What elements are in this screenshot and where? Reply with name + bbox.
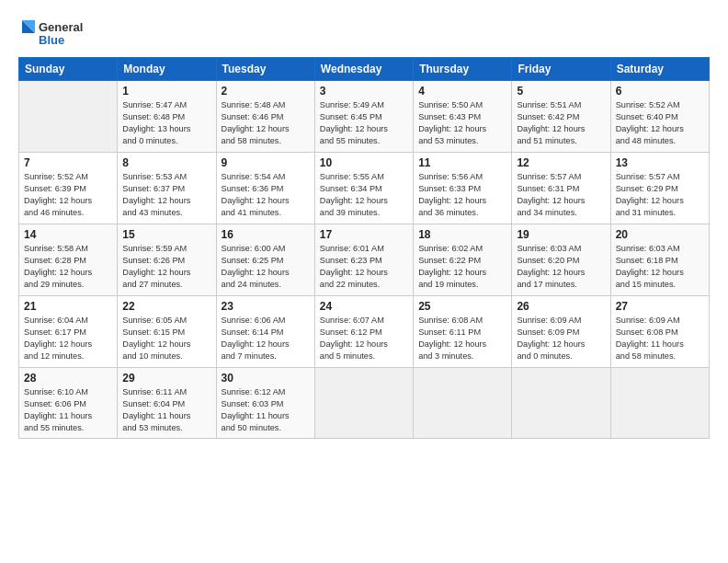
day-info: Sunrise: 5:49 AMSunset: 6:45 PMDaylight:… [320, 99, 408, 147]
calendar-cell: 11Sunrise: 5:56 AMSunset: 6:33 PMDayligh… [414, 153, 512, 224]
day-number: 24 [320, 300, 408, 313]
day-number: 20 [616, 228, 704, 241]
day-number: 9 [222, 156, 310, 169]
day-info: Sunrise: 6:06 AMSunset: 6:14 PMDaylight:… [222, 315, 310, 362]
calendar-cell: 26Sunrise: 6:09 AMSunset: 6:09 PMDayligh… [512, 296, 610, 368]
calendar-cell: 25Sunrise: 6:08 AMSunset: 6:11 PMDayligh… [414, 296, 512, 368]
calendar-page: General Blue SundayMondayTuesdayWednesda… [0, 0, 728, 563]
day-info: Sunrise: 5:57 AMSunset: 6:29 PMDaylight:… [616, 171, 704, 219]
calendar-cell: 4Sunrise: 5:50 AMSunset: 6:43 PMDaylight… [414, 81, 512, 153]
day-info: Sunrise: 5:54 AMSunset: 6:36 PMDaylight:… [222, 171, 310, 219]
calendar-cell: 19Sunrise: 6:03 AMSunset: 6:20 PMDayligh… [512, 224, 610, 296]
day-info: Sunrise: 5:59 AMSunset: 6:26 PMDaylight:… [122, 243, 210, 291]
calendar-cell [314, 368, 413, 439]
day-info: Sunrise: 5:48 AMSunset: 6:46 PMDaylight:… [222, 99, 310, 147]
day-number: 8 [122, 156, 210, 169]
day-info: Sunrise: 5:57 AMSunset: 6:31 PMDaylight:… [517, 171, 605, 219]
calendar-cell: 17Sunrise: 6:01 AMSunset: 6:23 PMDayligh… [314, 224, 413, 296]
calendar-cell: 12Sunrise: 5:57 AMSunset: 6:31 PMDayligh… [512, 153, 610, 224]
calendar-cell: 5Sunrise: 5:51 AMSunset: 6:42 PMDaylight… [512, 81, 610, 153]
day-number: 25 [418, 300, 506, 313]
day-info: Sunrise: 6:12 AMSunset: 6:03 PMDaylight:… [222, 386, 310, 434]
day-number: 15 [122, 228, 210, 241]
day-number: 11 [418, 156, 506, 169]
calendar-cell: 1Sunrise: 5:47 AMSunset: 6:48 PMDaylight… [118, 81, 216, 153]
day-info: Sunrise: 6:05 AMSunset: 6:15 PMDaylight:… [122, 315, 210, 362]
day-number: 12 [517, 156, 605, 169]
day-number: 1 [122, 85, 210, 98]
day-info: Sunrise: 6:07 AMSunset: 6:12 PMDaylight:… [320, 315, 408, 362]
calendar-cell: 2Sunrise: 5:48 AMSunset: 6:46 PMDaylight… [216, 81, 314, 153]
day-number: 13 [616, 156, 704, 169]
day-number: 22 [122, 300, 210, 313]
day-info: Sunrise: 6:03 AMSunset: 6:20 PMDaylight:… [517, 243, 605, 291]
day-info: Sunrise: 5:53 AMSunset: 6:37 PMDaylight:… [122, 171, 210, 219]
calendar-cell: 6Sunrise: 5:52 AMSunset: 6:40 PMDaylight… [610, 81, 709, 153]
calendar-cell: 3Sunrise: 5:49 AMSunset: 6:45 PMDaylight… [314, 81, 413, 153]
logo: General Blue [18, 17, 92, 50]
day-number: 30 [222, 372, 310, 385]
calendar-cell: 27Sunrise: 6:09 AMSunset: 6:08 PMDayligh… [610, 296, 709, 368]
day-number: 27 [616, 300, 704, 313]
day-number: 19 [517, 228, 605, 241]
day-info: Sunrise: 5:47 AMSunset: 6:48 PMDaylight:… [122, 99, 210, 147]
day-header-saturday: Saturday [610, 58, 709, 81]
day-info: Sunrise: 5:51 AMSunset: 6:42 PMDaylight:… [517, 99, 605, 147]
day-number: 21 [24, 300, 112, 313]
day-info: Sunrise: 5:52 AMSunset: 6:40 PMDaylight:… [616, 99, 704, 147]
day-number: 29 [122, 372, 210, 385]
calendar-cell: 8Sunrise: 5:53 AMSunset: 6:37 PMDaylight… [118, 153, 216, 224]
day-info: Sunrise: 6:11 AMSunset: 6:04 PMDaylight:… [122, 386, 210, 434]
calendar-cell: 24Sunrise: 6:07 AMSunset: 6:12 PMDayligh… [314, 296, 413, 368]
day-number: 18 [418, 228, 506, 241]
day-info: Sunrise: 6:03 AMSunset: 6:18 PMDaylight:… [616, 243, 704, 291]
logo-svg: General Blue [18, 17, 92, 50]
calendar-cell [512, 368, 610, 439]
day-info: Sunrise: 5:55 AMSunset: 6:34 PMDaylight:… [320, 171, 408, 219]
day-info: Sunrise: 6:00 AMSunset: 6:25 PMDaylight:… [222, 243, 310, 291]
day-info: Sunrise: 5:56 AMSunset: 6:33 PMDaylight:… [418, 171, 506, 219]
calendar-cell: 21Sunrise: 6:04 AMSunset: 6:17 PMDayligh… [19, 296, 118, 368]
day-info: Sunrise: 6:02 AMSunset: 6:22 PMDaylight:… [418, 243, 506, 291]
calendar-cell: 13Sunrise: 5:57 AMSunset: 6:29 PMDayligh… [610, 153, 709, 224]
day-header-tuesday: Tuesday [216, 58, 314, 81]
calendar-cell: 29Sunrise: 6:11 AMSunset: 6:04 PMDayligh… [118, 368, 216, 439]
day-number: 16 [222, 228, 310, 241]
day-number: 5 [517, 85, 605, 98]
day-number: 7 [24, 156, 112, 169]
day-header-wednesday: Wednesday [314, 58, 413, 81]
day-info: Sunrise: 6:04 AMSunset: 6:17 PMDaylight:… [24, 315, 112, 362]
calendar-cell: 30Sunrise: 6:12 AMSunset: 6:03 PMDayligh… [216, 368, 314, 439]
day-number: 4 [418, 85, 506, 98]
header-row: SundayMondayTuesdayWednesdayThursdayFrid… [19, 58, 710, 81]
day-info: Sunrise: 5:58 AMSunset: 6:28 PMDaylight:… [24, 243, 112, 291]
day-number: 26 [517, 300, 605, 313]
day-info: Sunrise: 6:08 AMSunset: 6:11 PMDaylight:… [418, 315, 506, 362]
day-info: Sunrise: 6:09 AMSunset: 6:08 PMDaylight:… [616, 315, 704, 362]
day-number: 17 [320, 228, 408, 241]
svg-text:General: General [39, 20, 83, 34]
calendar-cell [414, 368, 512, 439]
day-info: Sunrise: 5:50 AMSunset: 6:43 PMDaylight:… [418, 99, 506, 147]
day-info: Sunrise: 6:09 AMSunset: 6:09 PMDaylight:… [517, 315, 605, 362]
calendar-cell: 22Sunrise: 6:05 AMSunset: 6:15 PMDayligh… [118, 296, 216, 368]
calendar-cell: 16Sunrise: 6:00 AMSunset: 6:25 PMDayligh… [216, 224, 314, 296]
day-number: 2 [222, 85, 310, 98]
day-number: 14 [24, 228, 112, 241]
day-header-thursday: Thursday [414, 58, 512, 81]
day-info: Sunrise: 6:10 AMSunset: 6:06 PMDaylight:… [24, 386, 112, 434]
header: General Blue [18, 17, 710, 50]
calendar-cell [19, 81, 118, 153]
day-header-sunday: Sunday [19, 58, 118, 81]
calendar-cell: 9Sunrise: 5:54 AMSunset: 6:36 PMDaylight… [216, 153, 314, 224]
day-number: 3 [320, 85, 408, 98]
calendar-cell: 18Sunrise: 6:02 AMSunset: 6:22 PMDayligh… [414, 224, 512, 296]
calendar-table: SundayMondayTuesdayWednesdayThursdayFrid… [18, 57, 710, 439]
day-info: Sunrise: 5:52 AMSunset: 6:39 PMDaylight:… [24, 171, 112, 219]
calendar-cell: 20Sunrise: 6:03 AMSunset: 6:18 PMDayligh… [610, 224, 709, 296]
day-info: Sunrise: 6:01 AMSunset: 6:23 PMDaylight:… [320, 243, 408, 291]
svg-text:Blue: Blue [39, 33, 64, 47]
day-header-monday: Monday [118, 58, 216, 81]
calendar-cell [610, 368, 709, 439]
day-header-friday: Friday [512, 58, 610, 81]
